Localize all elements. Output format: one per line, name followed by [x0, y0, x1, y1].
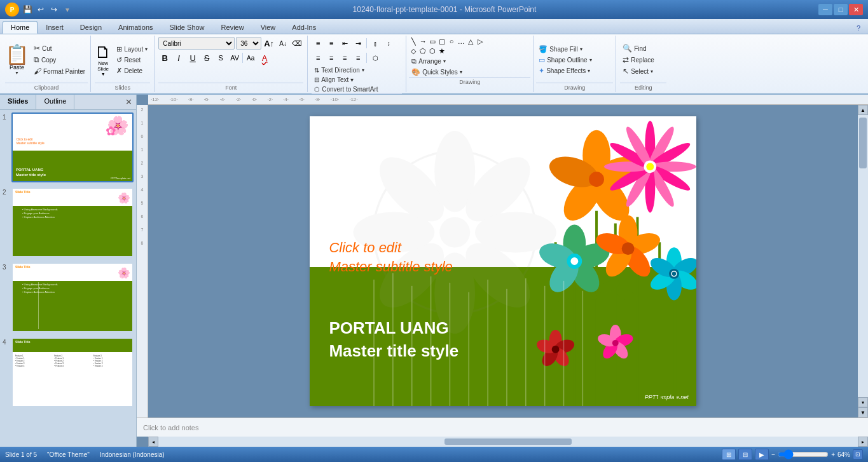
- scroll-thumb-v[interactable]: [859, 118, 867, 168]
- zoom-out-button[interactable]: −: [771, 451, 775, 458]
- quick-styles-button[interactable]: 🎨 Quick Styles▾: [409, 67, 530, 77]
- tab-view[interactable]: View: [252, 21, 284, 34]
- italic-button[interactable]: I: [172, 51, 185, 64]
- align-right-button[interactable]: ≡: [338, 51, 351, 64]
- decrease-font-button[interactable]: A↓: [277, 37, 289, 50]
- replace-button[interactable]: ⇄ Replace: [620, 55, 666, 65]
- tab-review[interactable]: Review: [213, 21, 252, 34]
- slide-thumb-4[interactable]: 4 Slide Title Feature 1• Feature 1• Feat…: [3, 337, 134, 407]
- help-button[interactable]: ?: [851, 22, 865, 34]
- paste-dropdown[interactable]: ▼: [15, 71, 19, 75]
- slide-preview-4[interactable]: Slide Title Feature 1• Feature 1• Featur…: [11, 337, 134, 407]
- bullets-button[interactable]: ≡: [312, 37, 324, 50]
- font-size-select[interactable]: 36: [236, 37, 261, 50]
- slide-sorter-button[interactable]: ⊟: [738, 449, 752, 460]
- scroll-left-button[interactable]: ◂: [148, 437, 158, 447]
- line-spacing-button[interactable]: ↕: [382, 37, 395, 50]
- font-color-button[interactable]: A: [258, 51, 271, 64]
- numbering-button[interactable]: ≡: [325, 37, 338, 50]
- paste-button[interactable]: 📋 Paste ▼: [5, 45, 29, 75]
- shape-pentagon[interactable]: ⬠: [418, 46, 427, 55]
- shape-hex[interactable]: ⬡: [428, 46, 437, 55]
- undo-button[interactable]: ↩: [35, 4, 46, 15]
- increase-font-button[interactable]: A↑: [263, 37, 275, 50]
- clear-format-button[interactable]: ⌫: [291, 37, 303, 50]
- notes-bar[interactable]: Click to add notes: [137, 418, 868, 437]
- scroll-thumb-h[interactable]: [444, 438, 572, 445]
- redo-button[interactable]: ↪: [48, 4, 60, 15]
- main-slide[interactable]: Click to edit Master subtitle style PORT…: [310, 116, 696, 406]
- align-left-button[interactable]: ≡: [312, 51, 324, 64]
- tab-addins[interactable]: Add-Ins: [284, 21, 324, 34]
- scroll-track-v[interactable]: [858, 115, 868, 397]
- shape-rtri[interactable]: ▷: [476, 37, 485, 46]
- slide-preview-3[interactable]: Slide Title • Make Effective Presentatio…: [11, 262, 134, 332]
- slide-thumb-2[interactable]: 2 Slide Title • Make Effective Presentat…: [3, 187, 134, 257]
- shape-rounded-rect[interactable]: ▢: [437, 37, 446, 46]
- slide-canvas[interactable]: Click to edit Master subtitle style PORT…: [148, 105, 858, 418]
- slides-tab-slides[interactable]: Slides: [0, 95, 36, 109]
- select-button[interactable]: ↖ Select▾: [620, 66, 666, 76]
- cut-button[interactable]: ✂ Cut: [31, 43, 88, 53]
- delete-button[interactable]: ✗ Delete: [114, 66, 150, 76]
- slides-panel-close[interactable]: ✕: [121, 95, 136, 109]
- new-slide-dropdown[interactable]: ▼: [101, 72, 106, 76]
- save-button[interactable]: 💾: [22, 4, 33, 15]
- char-spacing-button[interactable]: AV: [228, 51, 241, 64]
- text-direction-button[interactable]: ⇅ Text Direction▾: [312, 66, 402, 74]
- layout-button[interactable]: ⊞ Layout▾: [114, 44, 150, 54]
- scroll-down-button2[interactable]: ▼: [858, 407, 868, 418]
- shape-oval[interactable]: ○: [447, 37, 456, 46]
- arrange-button[interactable]: ⧉ Arrange▾: [409, 57, 530, 66]
- justify-button[interactable]: ≡: [352, 51, 364, 64]
- slide-preview-1[interactable]: 🌸 ✿ Click to editMaster subtitle style P…: [11, 112, 134, 182]
- reset-button[interactable]: ↺ Reset: [114, 55, 150, 65]
- shadow-button[interactable]: S: [214, 51, 227, 64]
- copy-button[interactable]: ⧉ Copy: [31, 55, 88, 65]
- shape-line[interactable]: ╲: [409, 37, 418, 46]
- shape-arrow[interactable]: →: [418, 37, 427, 46]
- smartart-button[interactable]: ⬡: [369, 51, 382, 64]
- zoom-in-button[interactable]: +: [831, 451, 835, 458]
- slides-tab-outline[interactable]: Outline: [36, 95, 74, 109]
- tab-animations[interactable]: Animations: [110, 21, 161, 34]
- shape-star[interactable]: ★: [437, 46, 446, 55]
- shape-fill-button[interactable]: 🪣 Shape Fill▾: [536, 44, 613, 54]
- new-slide-button[interactable]: 🗋 NewSlide ▼: [95, 44, 111, 76]
- bold-button[interactable]: B: [158, 51, 171, 64]
- tab-insert[interactable]: Insert: [38, 21, 72, 34]
- normal-view-button[interactable]: ⊞: [722, 449, 736, 460]
- slide-thumb-1[interactable]: 1 🌸 ✿ Click to editMaster subtitle style…: [3, 112, 134, 182]
- columns-button[interactable]: ⫿: [369, 37, 382, 50]
- zoom-slider[interactable]: [778, 451, 829, 458]
- minimize-button[interactable]: ─: [818, 4, 832, 15]
- shape-outline-button[interactable]: ▭ Shape Outline▾: [536, 55, 613, 65]
- strikethrough-button[interactable]: S: [200, 51, 213, 64]
- underline-button[interactable]: U: [186, 51, 199, 64]
- shape-rect[interactable]: ▭: [428, 37, 437, 46]
- slide-thumb-3[interactable]: 3 Slide Title • Make Effective Presentat…: [3, 262, 134, 332]
- convert-smartart-button[interactable]: ⬡ Convert to SmartArt: [312, 85, 402, 93]
- shape-more[interactable]: …: [457, 37, 465, 46]
- increase-indent-button[interactable]: ⇥: [352, 37, 364, 50]
- maximize-button[interactable]: □: [834, 4, 848, 15]
- tab-design[interactable]: Design: [72, 21, 110, 34]
- tab-slideshow[interactable]: Slide Show: [162, 21, 213, 34]
- shape-tri[interactable]: △: [466, 37, 475, 46]
- fit-window-button[interactable]: ⊡: [853, 449, 863, 459]
- decrease-indent-button[interactable]: ⇤: [338, 37, 351, 50]
- scroll-right-button[interactable]: ▸: [858, 437, 868, 447]
- scroll-track-h[interactable]: [158, 437, 858, 447]
- slide-preview-2[interactable]: Slide Title • Make Effective Presentatio…: [11, 187, 134, 257]
- font-name-select[interactable]: Calibri: [158, 37, 235, 50]
- slideshow-button[interactable]: ▶: [755, 449, 769, 460]
- scroll-up-button[interactable]: ▲: [858, 105, 868, 115]
- format-painter-button[interactable]: 🖌 Format Painter: [31, 66, 88, 76]
- center-button[interactable]: ≡: [325, 51, 338, 64]
- shape-effects-button[interactable]: ✦ Shape Effects▾: [536, 66, 613, 76]
- case-button[interactable]: Aa: [244, 51, 257, 64]
- align-text-button[interactable]: ⊟ Align Text ▾: [312, 76, 402, 84]
- tab-home[interactable]: Home: [3, 21, 38, 34]
- close-button[interactable]: ✕: [849, 4, 863, 15]
- scroll-down-button[interactable]: ▾: [858, 397, 868, 407]
